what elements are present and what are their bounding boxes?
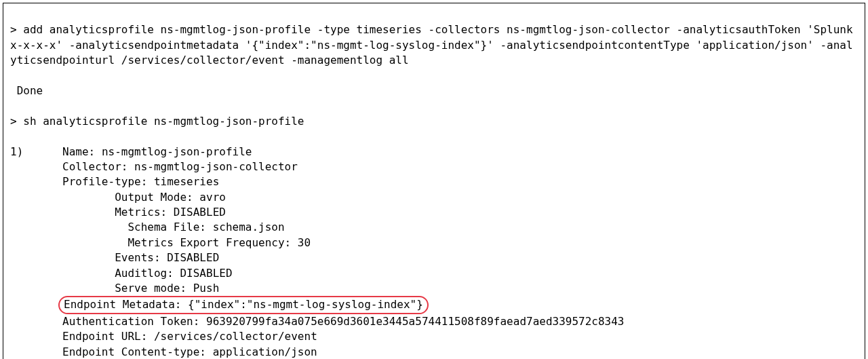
name-value: ns-mgmtlog-json-profile: [102, 145, 252, 158]
command-line-1: > add analyticsprofile ns-mgmtlog-json-p…: [10, 22, 858, 68]
servemode-value: Push: [193, 282, 220, 295]
prompt-char: >: [10, 23, 23, 36]
outputmode-value: avro: [199, 191, 226, 204]
endpointmeta-value: {"index":"ns-mgmt-log-syslog-index"}: [188, 298, 423, 311]
events-value: DISABLED: [167, 251, 219, 264]
output-index: 1): [10, 145, 23, 158]
servemode-label: Serve mode:: [115, 282, 186, 295]
prompt-char: >: [10, 115, 23, 128]
command-1-text: add analyticsprofile ns-mgmtlog-json-pro…: [10, 23, 859, 67]
metricsfreq-value: 30: [298, 236, 311, 249]
outputmode-label: Output Mode:: [115, 191, 193, 204]
name-label: Name:: [62, 145, 95, 158]
authtoken-value: 963920799fa34a075e669d3601e3445a57441150…: [206, 315, 625, 328]
auditlog-value: DISABLED: [180, 267, 232, 280]
metrics-value: DISABLED: [174, 206, 226, 219]
schemafile-value: schema.json: [213, 221, 285, 233]
profiletype-label: Profile-type:: [62, 175, 147, 188]
metrics-label: Metrics:: [115, 206, 167, 219]
profiletype-value: timeseries: [154, 175, 219, 188]
endpointurl-value: /services/collector/event: [154, 330, 317, 343]
events-label: Events:: [115, 251, 160, 264]
auditlog-label: Auditlog:: [115, 267, 174, 280]
command-1-result: Done: [10, 83, 858, 98]
metricsfreq-label: Metrics Export Frequency:: [127, 236, 291, 249]
endpointmeta-label: Endpoint Metadata:: [64, 298, 181, 311]
endpointct-label: Endpoint Content-type:: [62, 345, 206, 358]
command-line-2: > sh analyticsprofile ns-mgmtlog-json-pr…: [10, 114, 858, 129]
collector-value: ns-mgmtlog-json-collector: [134, 160, 298, 173]
endpointurl-label: Endpoint URL:: [62, 330, 147, 343]
endpoint-metadata-highlight: Endpoint Metadata: {"index":"ns-mgmt-log…: [58, 296, 429, 314]
collector-label: Collector:: [62, 160, 127, 173]
terminal-window[interactable]: > add analyticsprofile ns-mgmtlog-json-p…: [3, 3, 865, 359]
endpointct-value: application/json: [213, 345, 317, 358]
profile-output: 1) Name: ns-mgmtlog-json-profile Collect…: [10, 145, 858, 359]
command-2-text: sh analyticsprofile ns-mgmtlog-json-prof…: [23, 115, 304, 128]
schemafile-label: Schema File:: [127, 221, 206, 233]
authtoken-label: Authentication Token:: [62, 315, 199, 328]
